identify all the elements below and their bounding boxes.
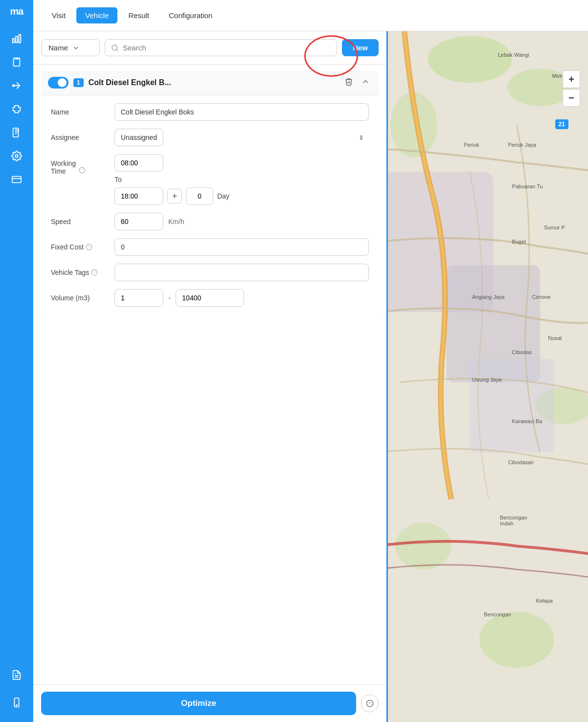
svg-rect-36: [470, 359, 554, 452]
label-vehicle-tags: Vehicle Tags: [51, 264, 110, 276]
info-icon-fixed-cost: [86, 244, 92, 250]
speed-input[interactable]: [114, 213, 163, 230]
to-label: To: [114, 176, 369, 183]
volume-separator: -: [168, 293, 171, 302]
map-label-sumur: Sumur P: [544, 225, 565, 230]
vehicle-list: 1 Colt Diesel Engkel B...: [33, 65, 386, 684]
report-icon[interactable]: [7, 665, 26, 685]
plus-button[interactable]: +: [167, 189, 182, 203]
label-name: Name: [51, 103, 110, 116]
filter-label: Name: [48, 44, 68, 52]
svg-point-4: [13, 85, 15, 87]
map-label-angiang: Angiang Jaya: [472, 294, 505, 300]
vehicle-toggle[interactable]: [48, 77, 68, 89]
search-bar: Name New: [33, 31, 386, 65]
vehicle-tags-input[interactable]: [114, 264, 369, 281]
search-input[interactable]: [123, 44, 331, 52]
svg-point-32: [479, 611, 554, 668]
form-row-name: Name: [51, 103, 369, 121]
working-time-end-row: + Day: [114, 187, 369, 205]
optimize-button[interactable]: Optimize: [41, 692, 356, 715]
working-time-end[interactable]: [114, 187, 163, 205]
map-label-kelapa: Kelapa: [536, 598, 553, 604]
label-speed: Speed: [51, 213, 110, 226]
map-label-lebak-wangi: Lebak Wangi: [498, 52, 529, 58]
document-icon[interactable]: [7, 123, 26, 142]
search-input-wrap: [105, 39, 337, 56]
map-badge-21: 21: [555, 119, 568, 129]
chart-icon[interactable]: [7, 29, 26, 48]
volume-max-input[interactable]: [176, 289, 244, 307]
new-button[interactable]: New: [342, 39, 379, 56]
top-navigation: Visit Vehicle Result Configuration: [33, 0, 588, 31]
map-label-nusa: Nusal: [548, 335, 562, 341]
zoom-in-button[interactable]: +: [563, 70, 580, 88]
bottom-bar: Optimize: [33, 684, 386, 722]
label-fixed-cost: Fixed Cost: [51, 238, 110, 251]
map-controls: + −: [563, 70, 580, 107]
vehicle-name-short: Colt Diesel Engkel B...: [89, 78, 338, 87]
map-label-bugel: Bugel: [512, 239, 526, 245]
svg-point-6: [15, 155, 18, 158]
clipboard-icon[interactable]: [7, 52, 26, 72]
panel-area: Name New: [33, 31, 588, 722]
svg-rect-1: [16, 36, 18, 43]
assignee-select-wrap: Unassigned: [114, 129, 369, 146]
info-button[interactable]: [361, 695, 379, 712]
tab-vehicle[interactable]: Vehicle: [76, 7, 117, 23]
vehicle-actions: [342, 75, 372, 90]
form-row-assignee: Assignee Unassigned: [51, 129, 369, 146]
name-input[interactable]: [114, 103, 369, 121]
tab-configuration[interactable]: Configuration: [160, 7, 221, 23]
svg-point-28: [428, 36, 512, 83]
svg-rect-0: [13, 39, 15, 43]
info-icon-optimize: [366, 699, 374, 707]
map-label-cibodas: Cibodas: [512, 349, 532, 355]
map-label-uwung: Uwung Jaya: [472, 377, 502, 383]
day-label: Day: [217, 192, 229, 200]
card-icon[interactable]: [7, 170, 26, 189]
info-icon-working-time: [79, 167, 86, 174]
assignee-select[interactable]: Unassigned: [114, 129, 163, 146]
map-label-bencongan-indah: BenconganIndah: [500, 515, 527, 526]
volume-min-input[interactable]: [114, 289, 163, 307]
vehicle-card-header: 1 Colt Diesel Engkel B...: [41, 70, 379, 95]
label-volume: Volume (m3): [51, 289, 110, 302]
info-icon-vehicle-tags: [91, 269, 98, 276]
tab-visit[interactable]: Visit: [43, 7, 74, 23]
settings-icon[interactable]: [7, 146, 26, 166]
svg-rect-7: [12, 177, 21, 183]
day-input[interactable]: [186, 187, 213, 205]
main-content: Visit Vehicle Result Configuration Name: [33, 0, 588, 722]
map-label-periuk: Periuk: [464, 142, 479, 148]
filter-dropdown[interactable]: Name: [41, 39, 100, 56]
map-area: Lebak Wangi Mekar Periuk Periuk Jaya Pab…: [388, 31, 588, 722]
mobile-icon[interactable]: [7, 693, 26, 712]
tab-result[interactable]: Result: [119, 7, 158, 23]
collapse-button[interactable]: [359, 75, 372, 90]
chevron-down-icon: [72, 44, 80, 52]
vehicle-card: 1 Colt Diesel Engkel B...: [41, 70, 379, 322]
label-assignee: Assignee: [51, 129, 110, 141]
form-row-vehicle-tags: Vehicle Tags: [51, 264, 369, 281]
map-label-cimone: Cimone: [532, 294, 550, 300]
map-label-bencongan: Bencongan: [484, 611, 511, 617]
form-row-speed: Speed Km/h: [51, 213, 369, 230]
puzzle-icon[interactable]: [7, 99, 26, 119]
left-panel: Name New: [33, 31, 388, 722]
route-icon[interactable]: [7, 76, 26, 95]
form-row-volume: Volume (m3) -: [51, 289, 369, 307]
map-label-pabuaran: Pabuaran Tu: [512, 183, 543, 189]
search-icon: [111, 44, 119, 52]
map-label-periuk-jaya: Periuk Jaya: [508, 142, 536, 148]
working-time-start[interactable]: [114, 154, 163, 172]
svg-point-13: [112, 45, 117, 50]
delete-button[interactable]: [342, 75, 355, 90]
map-label-cibodasari: Cibodasari: [508, 459, 534, 465]
map-label-karawaci: Karawaci Ba: [512, 418, 543, 424]
fixed-cost-input[interactable]: [114, 238, 369, 256]
svg-point-12: [16, 705, 17, 706]
zoom-out-button[interactable]: −: [563, 89, 580, 107]
sidebar: ma: [0, 0, 33, 722]
vehicle-badge: 1: [73, 78, 84, 87]
